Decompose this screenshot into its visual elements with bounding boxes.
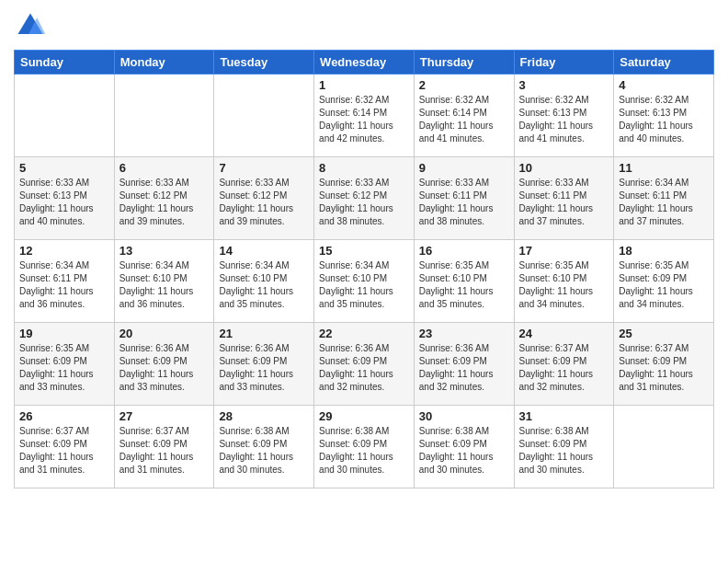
day-info: Sunrise: 6:34 AM Sunset: 6:11 PM Dayligh… [619,177,709,228]
day-info: Sunrise: 6:36 AM Sunset: 6:09 PM Dayligh… [319,342,409,394]
day-number: 31 [519,409,609,423]
calendar-cell: 24Sunrise: 6:37 AM Sunset: 6:09 PM Dayli… [514,323,614,406]
col-thursday: Thursday [414,51,514,75]
day-info: Sunrise: 6:37 AM Sunset: 6:09 PM Dayligh… [519,342,609,394]
day-info: Sunrise: 6:38 AM Sunset: 6:09 PM Dayligh… [219,425,309,477]
day-info: Sunrise: 6:35 AM Sunset: 6:10 PM Dayligh… [519,259,609,311]
calendar-week-1: 1Sunrise: 6:32 AM Sunset: 6:14 PM Daylig… [15,75,714,157]
calendar-cell: 30Sunrise: 6:38 AM Sunset: 6:09 PM Dayli… [414,406,514,488]
calendar-cell: 18Sunrise: 6:35 AM Sunset: 6:09 PM Dayli… [614,240,714,323]
day-info: Sunrise: 6:36 AM Sunset: 6:09 PM Dayligh… [119,342,210,394]
calendar-cell: 5Sunrise: 6:33 AM Sunset: 6:13 PM Daylig… [15,157,115,240]
day-info: Sunrise: 6:33 AM Sunset: 6:12 PM Dayligh… [119,177,210,228]
calendar-cell: 27Sunrise: 6:37 AM Sunset: 6:09 PM Dayli… [114,406,214,488]
calendar-cell [614,406,714,488]
col-friday: Friday [514,51,614,75]
day-info: Sunrise: 6:38 AM Sunset: 6:09 PM Dayligh… [319,425,409,477]
calendar-cell: 23Sunrise: 6:36 AM Sunset: 6:09 PM Dayli… [414,323,514,406]
calendar-cell: 6Sunrise: 6:33 AM Sunset: 6:12 PM Daylig… [114,157,214,240]
day-number: 8 [319,161,409,175]
calendar-cell: 1Sunrise: 6:32 AM Sunset: 6:14 PM Daylig… [314,75,415,157]
calendar-table: Sunday Monday Tuesday Wednesday Thursday… [14,50,714,488]
day-number: 19 [19,327,109,340]
calendar-cell: 26Sunrise: 6:37 AM Sunset: 6:09 PM Dayli… [15,406,115,488]
calendar-cell: 21Sunrise: 6:36 AM Sunset: 6:09 PM Dayli… [214,323,314,406]
day-number: 29 [319,409,409,423]
calendar-cell: 11Sunrise: 6:34 AM Sunset: 6:11 PM Dayli… [614,157,714,240]
day-number: 4 [619,78,709,92]
calendar-week-4: 19Sunrise: 6:35 AM Sunset: 6:09 PM Dayli… [15,323,714,406]
day-number: 15 [319,244,409,258]
day-info: Sunrise: 6:37 AM Sunset: 6:09 PM Dayligh… [619,342,709,394]
day-info: Sunrise: 6:34 AM Sunset: 6:11 PM Dayligh… [19,259,109,311]
calendar-cell: 13Sunrise: 6:34 AM Sunset: 6:10 PM Dayli… [114,240,214,323]
day-info: Sunrise: 6:32 AM Sunset: 6:14 PM Dayligh… [419,94,509,145]
day-info: Sunrise: 6:34 AM Sunset: 6:10 PM Dayligh… [319,259,409,311]
day-number: 10 [519,161,609,175]
calendar-cell [15,75,115,157]
col-monday: Monday [114,51,214,75]
day-number: 1 [319,78,409,92]
day-number: 13 [119,244,210,258]
day-info: Sunrise: 6:33 AM Sunset: 6:11 PM Dayligh… [519,177,609,228]
day-number: 5 [19,161,109,175]
day-info: Sunrise: 6:32 AM Sunset: 6:14 PM Dayligh… [319,94,409,145]
calendar-cell: 19Sunrise: 6:35 AM Sunset: 6:09 PM Dayli… [15,323,115,406]
calendar-week-3: 12Sunrise: 6:34 AM Sunset: 6:11 PM Dayli… [15,240,714,323]
day-number: 17 [519,244,609,258]
day-info: Sunrise: 6:38 AM Sunset: 6:09 PM Dayligh… [419,425,509,477]
calendar-cell: 9Sunrise: 6:33 AM Sunset: 6:11 PM Daylig… [414,157,514,240]
page: Sunday Monday Tuesday Wednesday Thursday… [0,0,728,563]
day-info: Sunrise: 6:35 AM Sunset: 6:09 PM Dayligh… [19,342,109,394]
day-info: Sunrise: 6:34 AM Sunset: 6:10 PM Dayligh… [119,259,210,311]
day-number: 28 [219,409,309,423]
day-number: 16 [419,244,509,258]
day-number: 24 [519,327,609,340]
calendar-header-row: Sunday Monday Tuesday Wednesday Thursday… [15,51,714,75]
calendar-cell: 20Sunrise: 6:36 AM Sunset: 6:09 PM Dayli… [114,323,214,406]
calendar-cell: 3Sunrise: 6:32 AM Sunset: 6:13 PM Daylig… [514,75,614,157]
day-number: 7 [219,161,309,175]
calendar-cell: 17Sunrise: 6:35 AM Sunset: 6:10 PM Dayli… [514,240,614,323]
calendar-cell: 25Sunrise: 6:37 AM Sunset: 6:09 PM Dayli… [614,323,714,406]
calendar-cell [214,75,314,157]
col-wednesday: Wednesday [314,51,415,75]
calendar-week-2: 5Sunrise: 6:33 AM Sunset: 6:13 PM Daylig… [15,157,714,240]
day-number: 9 [419,161,509,175]
day-number: 27 [119,409,210,423]
col-saturday: Saturday [614,51,714,75]
day-number: 18 [619,244,709,258]
day-number: 23 [419,327,509,340]
day-info: Sunrise: 6:32 AM Sunset: 6:13 PM Dayligh… [519,94,609,145]
day-info: Sunrise: 6:34 AM Sunset: 6:10 PM Dayligh… [219,259,309,311]
day-number: 2 [419,78,509,92]
day-info: Sunrise: 6:33 AM Sunset: 6:12 PM Dayligh… [319,177,409,228]
day-number: 14 [219,244,309,258]
calendar-cell: 4Sunrise: 6:32 AM Sunset: 6:13 PM Daylig… [614,75,714,157]
day-info: Sunrise: 6:35 AM Sunset: 6:10 PM Dayligh… [419,259,509,311]
day-info: Sunrise: 6:37 AM Sunset: 6:09 PM Dayligh… [19,425,109,477]
day-info: Sunrise: 6:36 AM Sunset: 6:09 PM Dayligh… [419,342,509,394]
day-number: 26 [19,409,109,423]
calendar-cell: 29Sunrise: 6:38 AM Sunset: 6:09 PM Dayli… [314,406,415,488]
calendar-cell: 15Sunrise: 6:34 AM Sunset: 6:10 PM Dayli… [314,240,415,323]
col-tuesday: Tuesday [214,51,314,75]
calendar-cell: 14Sunrise: 6:34 AM Sunset: 6:10 PM Dayli… [214,240,314,323]
col-sunday: Sunday [15,51,115,75]
calendar-week-5: 26Sunrise: 6:37 AM Sunset: 6:09 PM Dayli… [15,406,714,488]
day-number: 30 [419,409,509,423]
day-number: 20 [119,327,210,340]
day-info: Sunrise: 6:32 AM Sunset: 6:13 PM Dayligh… [619,94,709,145]
day-number: 6 [119,161,210,175]
day-info: Sunrise: 6:33 AM Sunset: 6:12 PM Dayligh… [219,177,309,228]
calendar-cell: 31Sunrise: 6:38 AM Sunset: 6:09 PM Dayli… [514,406,614,488]
calendar-cell [114,75,214,157]
calendar-cell: 22Sunrise: 6:36 AM Sunset: 6:09 PM Dayli… [314,323,415,406]
calendar-cell: 16Sunrise: 6:35 AM Sunset: 6:10 PM Dayli… [414,240,514,323]
day-number: 12 [19,244,109,258]
day-number: 22 [319,327,409,340]
day-info: Sunrise: 6:33 AM Sunset: 6:11 PM Dayligh… [419,177,509,228]
day-info: Sunrise: 6:36 AM Sunset: 6:09 PM Dayligh… [219,342,309,394]
day-info: Sunrise: 6:33 AM Sunset: 6:13 PM Dayligh… [19,177,109,228]
calendar-cell: 12Sunrise: 6:34 AM Sunset: 6:11 PM Dayli… [15,240,115,323]
